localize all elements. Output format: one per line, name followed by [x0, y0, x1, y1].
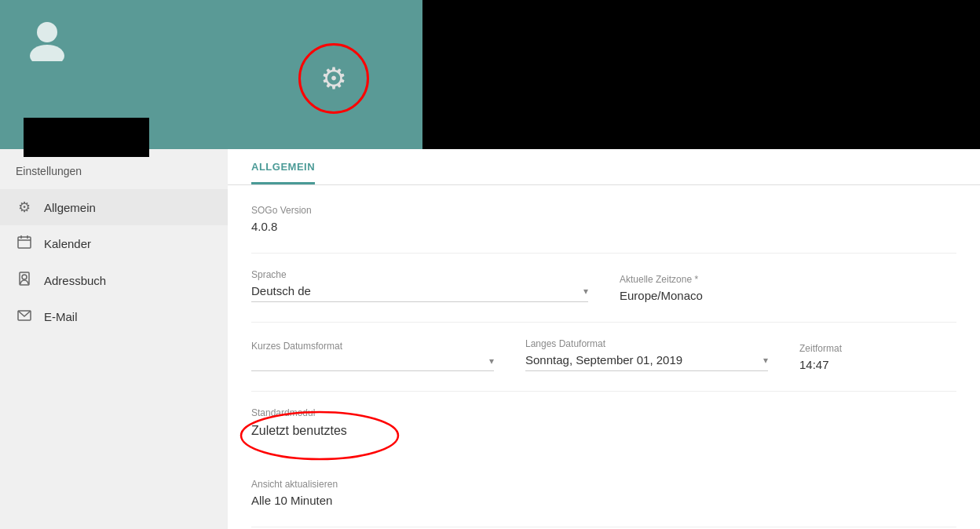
date-time-row: Kurzes Datumsformat ▾ Langes Datuformat …	[251, 338, 956, 371]
zeitformat-value: 14:47	[799, 358, 956, 371]
sidebar-item-email[interactable]: E-Mail	[0, 299, 228, 334]
svg-rect-2	[18, 237, 31, 248]
zeitzone-label: Aktuelle Zeitzone *	[620, 274, 956, 285]
kurzes-datum-col: Kurzes Datumsformat ▾	[251, 341, 494, 371]
sogo-version-label: SOGo Version	[251, 205, 956, 216]
svg-point-7	[22, 275, 27, 279]
sidebar: Einstellungen ⚙ Allgemein Kalender	[0, 149, 228, 529]
divider-1	[251, 253, 956, 254]
zeitzone-value: Europe/Monaco	[620, 289, 956, 302]
standardmodul-wrapper: Zuletzt benutztes	[251, 422, 355, 440]
standardmodul-value: Zuletzt benutztes	[251, 422, 355, 440]
divider-2	[251, 322, 956, 323]
tab-bar: ALLGEMEIN	[228, 149, 980, 185]
svg-point-1	[30, 45, 64, 61]
langes-datum-col: Langes Datuformat Sonntag, September 01,…	[525, 338, 768, 371]
tab-allgemein[interactable]: ALLGEMEIN	[251, 149, 315, 184]
svg-point-0	[37, 22, 57, 42]
gear-circle-container: ⚙	[298, 43, 369, 114]
kurzes-datum-arrow: ▾	[489, 356, 494, 367]
ansicht-label: Ansicht aktualisieren	[251, 479, 956, 490]
email-icon	[16, 308, 33, 325]
zeitformat-label: Zeitformat	[799, 343, 956, 354]
kurzes-datum-select[interactable]: ▾	[251, 356, 494, 371]
langes-datum-arrow: ▾	[763, 355, 768, 366]
sogo-version-group: SOGo Version 4.0.8	[251, 205, 956, 233]
divider-4	[251, 527, 956, 527]
sprache-value: Deutsch de	[251, 284, 577, 297]
header-black-box	[24, 118, 149, 157]
sidebar-title: Einstellungen	[0, 165, 228, 189]
ansicht-value: Alle 10 Minuten	[251, 494, 956, 507]
sprache-select[interactable]: Deutsch de ▾	[251, 284, 588, 302]
sidebar-item-kalender[interactable]: Kalender	[0, 225, 228, 262]
header-right-black	[422, 0, 980, 149]
sidebar-item-email-label: E-Mail	[44, 310, 78, 323]
sidebar-item-allgemein[interactable]: ⚙ Allgemein	[0, 189, 228, 225]
sprache-zeitzone-row: Sprache Deutsch de ▾ Aktuelle Zeitzone *…	[251, 269, 956, 302]
langes-datum-select[interactable]: Sonntag, September 01, 2019 ▾	[525, 353, 768, 371]
zeitformat-col: Zeitformat 14:47	[799, 343, 956, 371]
langes-datum-value: Sonntag, September 01, 2019	[525, 353, 757, 367]
kurzes-datum-label: Kurzes Datumsformat	[251, 341, 494, 352]
avatar	[24, 16, 149, 157]
standardmodul-group: Standardmodul Zuletzt benutztes	[251, 407, 956, 459]
standardmodul-label: Standardmodul	[251, 407, 956, 418]
avatar-icon	[24, 16, 71, 63]
sogo-version-value: 4.0.8	[251, 220, 956, 233]
main-layout: Einstellungen ⚙ Allgemein Kalender	[0, 149, 980, 529]
kalender-icon	[16, 235, 33, 253]
divider-3	[251, 391, 956, 392]
ansicht-group: Ansicht aktualisieren Alle 10 Minuten	[251, 479, 956, 507]
zeitzone-col: Aktuelle Zeitzone * Europe/Monaco	[620, 274, 956, 302]
sprache-label: Sprache	[251, 269, 588, 280]
adressbuch-icon	[16, 272, 33, 290]
gear-icon: ⚙	[320, 61, 347, 96]
sprache-arrow: ▾	[583, 286, 588, 297]
content-body: SOGo Version 4.0.8 Sprache Deutsch de ▾ …	[228, 185, 980, 529]
sprache-col: Sprache Deutsch de ▾	[251, 269, 588, 302]
sidebar-item-allgemein-label: Allgemein	[44, 201, 96, 214]
langes-datum-label: Langes Datuformat	[525, 338, 768, 349]
sidebar-item-adressbuch[interactable]: Adressbuch	[0, 262, 228, 299]
sidebar-item-adressbuch-label: Adressbuch	[44, 274, 106, 287]
header: ⚙	[0, 0, 980, 149]
allgemein-icon: ⚙	[16, 199, 33, 216]
sidebar-item-kalender-label: Kalender	[44, 237, 91, 250]
gear-circle: ⚙	[298, 43, 369, 114]
content-area: ALLGEMEIN SOGo Version 4.0.8 Sprache Deu…	[228, 149, 980, 529]
